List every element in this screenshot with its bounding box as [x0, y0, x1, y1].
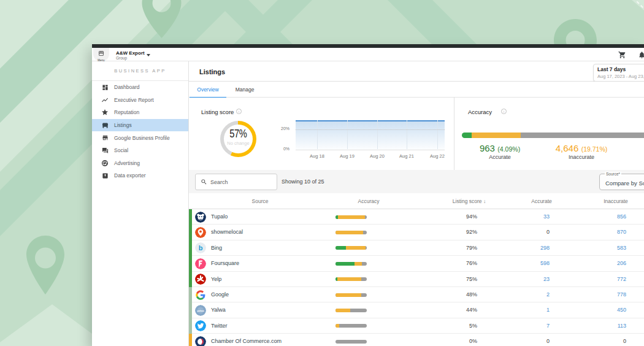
svg-text:yalwa: yalwa	[197, 309, 204, 312]
svg-text:b: b	[199, 244, 203, 252]
